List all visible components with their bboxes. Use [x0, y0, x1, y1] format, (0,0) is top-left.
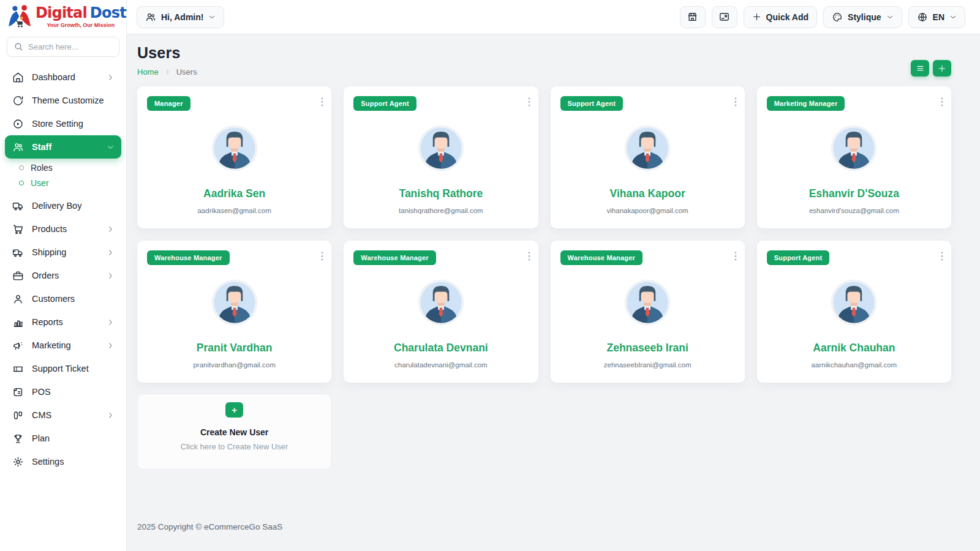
pos-terminal-icon — [12, 386, 24, 398]
user-name-link[interactable]: Pranit Vardhan — [137, 342, 331, 354]
user-name-link[interactable]: Aadrika Sen — [137, 187, 331, 200]
search-input[interactable] — [28, 42, 113, 51]
sidebar-item-delivery-boy[interactable]: Delivery Boy — [5, 194, 121, 217]
gear-icon — [12, 456, 24, 468]
posts-button[interactable] — [712, 6, 737, 28]
sidebar-item-label: CMS — [32, 410, 99, 420]
cart-icon — [12, 223, 24, 235]
delivery-truck-icon — [12, 200, 24, 212]
search-icon — [13, 42, 24, 52]
user-email: charulatadevnani@gmail.com — [344, 361, 538, 369]
main-area: Hi, Admin! Quick Add Stylique EN Users — [127, 0, 980, 551]
user-name-link[interactable]: Eshanvir D'Souza — [757, 187, 951, 200]
user-email: aadrikasen@gmail.com — [137, 207, 331, 214]
user-name-link[interactable]: Charulata Devnani — [344, 342, 538, 354]
circle-bullet-icon — [19, 181, 24, 186]
bar-chart-icon — [12, 317, 24, 328]
chevron-right-icon — [107, 411, 115, 419]
user-name-link[interactable]: Aarnik Chauhan — [757, 342, 951, 354]
quick-add-label: Quick Add — [766, 12, 809, 22]
sidebar-item-plan[interactable]: Plan — [5, 427, 121, 450]
brand-logo[interactable]: DigitalDost Your Growth, Our Mission — [0, 0, 126, 31]
sidebar-search — [7, 37, 119, 57]
sidebar-item-pos[interactable]: POS — [5, 380, 121, 403]
palette-icon — [832, 12, 843, 23]
kebab-menu-icon[interactable] — [938, 249, 946, 264]
create-new-user-card[interactable]: + Create New User Click here to Create N… — [137, 394, 331, 470]
circle-bullet-icon — [19, 165, 24, 170]
trophy-icon — [12, 433, 24, 444]
plus-icon — [752, 12, 761, 21]
plus-icon — [938, 64, 946, 73]
user-card: Marketing Manager Eshanvir D'Souza eshan… — [757, 86, 951, 228]
ticket-icon — [12, 363, 24, 375]
page-content: Users Home Users Manager — [127, 34, 980, 551]
sidebar-item-settings[interactable]: Settings — [5, 450, 121, 473]
chevron-right-icon — [107, 318, 115, 326]
user-card: Warehouse Manager Charulata Devnani char… — [344, 241, 538, 383]
sidebar-item-support-ticket[interactable]: Support Ticket — [5, 357, 121, 380]
quick-add-button[interactable]: Quick Add — [744, 6, 818, 28]
user-name-link[interactable]: Tanishq Rathore — [344, 187, 538, 200]
sidebar-item-label: POS — [32, 387, 115, 397]
sidebar-item-customers[interactable]: Customers — [5, 287, 121, 310]
breadcrumb: Home Users — [137, 67, 197, 77]
role-badge: Warehouse Manager — [353, 250, 436, 265]
user-name-link[interactable]: Zehnaseeb Irani — [551, 342, 745, 354]
sidebar-item-cms[interactable]: CMS — [5, 403, 121, 427]
sidebar-item-store-setting[interactable]: Store Setting — [5, 112, 121, 135]
chevron-down-icon — [886, 13, 894, 21]
sidebar-item-label: Orders — [32, 271, 99, 280]
brand-name: DigitalDost — [36, 6, 126, 20]
user-card: Manager Aadrika Sen aadrikasen@gmail.com — [137, 86, 331, 228]
user-name-link[interactable]: Vihana Kapoor — [551, 187, 745, 200]
user-card: Support Agent Tanishq Rathore tanishqrat… — [344, 86, 538, 228]
list-view-button[interactable] — [911, 60, 929, 77]
home-icon — [12, 72, 24, 83]
page-title: Users — [137, 44, 197, 62]
sidebar-item-reports[interactable]: Reports — [5, 310, 121, 334]
posts-card-icon — [718, 11, 730, 23]
kebab-menu-icon[interactable] — [938, 94, 946, 110]
admin-greeting-button[interactable]: Hi, Admin! — [137, 6, 224, 28]
sidebar-item-label: Plan — [32, 433, 115, 443]
shipping-truck-icon — [12, 247, 24, 258]
kebab-menu-icon[interactable] — [525, 94, 533, 110]
kebab-menu-icon[interactable] — [525, 249, 533, 264]
kebab-menu-icon[interactable] — [318, 249, 326, 264]
page-header: Users Home Users — [137, 44, 951, 77]
kebab-menu-icon[interactable] — [318, 94, 326, 110]
admin-user-icon — [145, 12, 156, 23]
sidebar-item-theme-customize[interactable]: Theme Customize — [5, 89, 121, 112]
footer-copyright: 2025 Copyright © eCommerceGo SaaS — [137, 522, 951, 551]
add-user-button[interactable] — [933, 60, 951, 77]
person-icon — [12, 293, 24, 305]
sidebar-item-shipping[interactable]: Shipping — [5, 241, 121, 264]
sidebar-item-staff[interactable]: Staff — [5, 135, 121, 159]
avatar — [417, 124, 465, 172]
user-email: eshanvird'souza@gmail.com — [757, 207, 951, 214]
create-user-plus-button[interactable]: + — [225, 402, 243, 418]
sidebar-item-products[interactable]: Products — [5, 217, 121, 241]
user-card: Warehouse Manager Zehnaseeb Irani zehnas… — [551, 241, 745, 383]
sidebar-item-orders[interactable]: Orders — [5, 264, 121, 287]
create-card-subtitle: Click here to Create New User — [181, 442, 288, 451]
sidebar-subitem-roles[interactable]: Roles — [5, 160, 121, 175]
kebab-menu-icon[interactable] — [731, 249, 740, 264]
language-button[interactable]: EN — [908, 6, 965, 28]
kebab-menu-icon[interactable] — [731, 94, 740, 110]
sidebar-item-label: Dashboard — [32, 72, 99, 82]
sidebar-item-label: User — [31, 178, 49, 188]
sidebar-item-dashboard[interactable]: Dashboard — [5, 66, 121, 89]
brand-logo-icon — [6, 4, 33, 29]
theme-stylique-button[interactable]: Stylique — [823, 6, 902, 28]
megaphone-icon — [12, 340, 24, 351]
topbar: Hi, Admin! Quick Add Stylique EN — [127, 0, 980, 34]
sidebar-subitem-user[interactable]: User — [5, 175, 121, 190]
briefcase-icon — [12, 270, 24, 282]
user-email: zehnaseebIrani@gmail.com — [551, 361, 745, 369]
storefront-button[interactable] — [680, 6, 706, 28]
sidebar-item-marketing[interactable]: Marketing — [5, 334, 121, 357]
breadcrumb-home-link[interactable]: Home — [137, 67, 159, 77]
list-icon — [916, 64, 925, 73]
